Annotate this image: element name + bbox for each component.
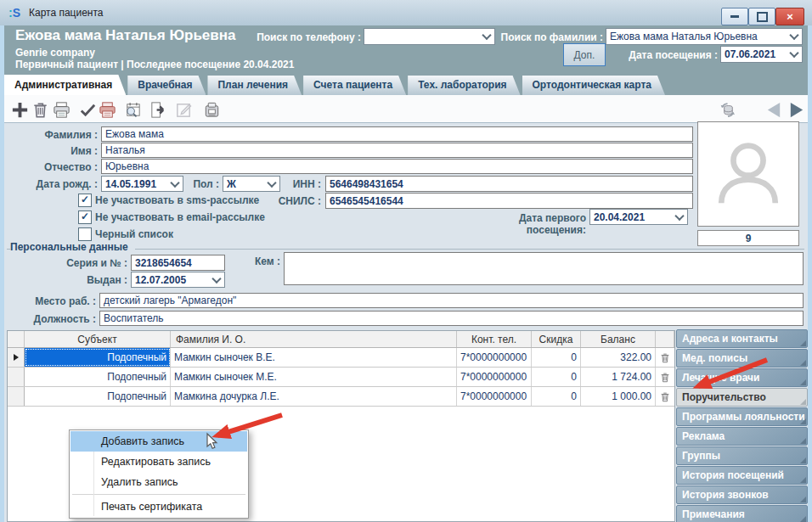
sidebar-item-advertising[interactable]: Реклама [676, 427, 808, 446]
phone-search-input[interactable] [364, 28, 495, 45]
row-delete-button[interactable] [656, 348, 674, 367]
row-delete-button[interactable] [656, 387, 674, 406]
print-button[interactable] [50, 98, 72, 121]
surname-field[interactable]: Ежова мама [101, 126, 693, 142]
blacklist-checkbox[interactable] [78, 227, 92, 241]
phone-dial-button[interactable] [200, 98, 223, 121]
visit-date-input[interactable]: 07.06.2021 [720, 46, 803, 63]
sidebar-item-call-history[interactable]: История звонков [676, 486, 808, 504]
email-optout-checkbox[interactable] [78, 210, 92, 224]
table-row[interactable]: Подопечный Мамкина дочурка Л.Е. 7*000000… [8, 387, 674, 407]
workplace-field[interactable]: детский лагерь "Армагедон" [99, 293, 804, 308]
tab-medical[interactable]: Врачебная [127, 76, 206, 95]
row-delete-button[interactable] [656, 368, 674, 386]
close-button[interactable]: × [775, 8, 804, 25]
col-balance[interactable]: Баланс [581, 331, 656, 347]
chevron-down-icon [789, 48, 798, 58]
patient-number-field[interactable]: 9 [697, 230, 799, 246]
name-cell[interactable]: Мамкин сыночек М.Е. [171, 368, 457, 386]
subject-cell[interactable]: Подопечный [25, 387, 171, 406]
print-form-button[interactable] [96, 98, 118, 121]
firstname-field[interactable]: Наталья [101, 143, 693, 158]
sidebar-item-notes[interactable]: Примечания [676, 505, 808, 522]
inn-field[interactable]: 5646498431654 [325, 176, 693, 192]
balance-cell[interactable]: 1 000.00 [581, 387, 656, 406]
passport-by-field[interactable] [284, 252, 804, 285]
first-visit-label: Дата первого посещения: [463, 212, 586, 236]
more-options-button[interactable]: Доп. [563, 43, 606, 66]
refresh-data-button[interactable] [716, 98, 738, 121]
tab-orthodontic-card[interactable]: Ортодонтическая карта [522, 76, 665, 95]
balance-cell[interactable]: 322.00 [581, 348, 656, 367]
passport-issued-input[interactable]: 12.07.2005 [131, 272, 225, 288]
patronymic-field[interactable]: Юрьевна [101, 159, 693, 174]
table-row[interactable]: Подопечный Мамкин сыночек М.Е. 7*0000000… [8, 368, 674, 387]
patronymic-label: Отчество : [13, 161, 98, 173]
phone-cell[interactable]: 7*0000000000 [457, 348, 532, 367]
prev-patient-button[interactable] [763, 98, 785, 121]
position-label: Должность : [11, 313, 96, 325]
first-visit-input[interactable]: 20.04.2021 [589, 209, 688, 225]
subject-cell[interactable]: Подопечный [25, 368, 171, 386]
edit-button[interactable] [172, 98, 195, 121]
inn-label: ИНН : [262, 178, 321, 190]
discount-cell[interactable]: 0 [532, 348, 581, 367]
col-discount[interactable]: Скидка [532, 331, 581, 347]
balance-cell[interactable]: 1 724.00 [581, 368, 656, 386]
phone-cell[interactable]: 7*0000000000 [457, 368, 532, 386]
schedule-search-button[interactable] [121, 98, 144, 121]
sms-optout-checkbox[interactable] [78, 194, 92, 207]
discount-cell[interactable]: 0 [532, 387, 581, 406]
table-row[interactable]: Подопечный Мамкин сыночек В.Е. 7*0000000… [8, 348, 674, 368]
workplace-label: Место раб. : [11, 295, 96, 307]
col-subject[interactable]: Субъект [25, 331, 171, 347]
patient-header: Ежова мама Наталья Юрьевна Genrie compan… [0, 25, 812, 75]
tab-tech-lab[interactable]: Тех. лаборатория [408, 76, 520, 95]
position-field[interactable]: Воспитатель [99, 311, 804, 326]
phone-cell[interactable]: 7*0000000000 [457, 387, 532, 406]
name-cell[interactable]: Мамкин сыночек В.Е. [171, 348, 457, 367]
tab-patient-accounts[interactable]: Счета пациента [303, 76, 406, 95]
menu-item-add-record[interactable]: Добавить запись [70, 431, 247, 452]
context-menu: Добавить запись Редактировать запись Уда… [69, 429, 249, 519]
patient-photo[interactable] [697, 121, 799, 227]
sidebar-item-loyalty[interactable]: Программы лояльности [676, 407, 808, 426]
window-title: Карта пациента [29, 7, 104, 19]
surname-search-input[interactable]: Ежова мама Наталья Юрьевна [606, 28, 803, 45]
snils-field[interactable]: 6546545416544 [325, 193, 693, 209]
menu-item-delete-record[interactable]: Удалить запись [70, 472, 247, 492]
minimize-button[interactable] [721, 8, 748, 25]
row-arrow-icon [14, 354, 19, 361]
row-selector-header [8, 331, 25, 347]
menu-item-edit-record[interactable]: Редактировать запись [70, 452, 247, 472]
add-record-button[interactable] [8, 98, 31, 121]
passport-by-label: Кем : [195, 255, 280, 267]
check-icon [78, 100, 98, 120]
gender-label: Пол : [168, 178, 219, 190]
passport-issued-label: Выдан : [42, 274, 127, 286]
printer-icon [52, 100, 71, 120]
menu-separator [72, 494, 245, 495]
name-cell[interactable]: Мамкина дочурка Л.Е. [171, 387, 457, 406]
sidebar-item-addresses[interactable]: Адреса и контакты [676, 329, 808, 348]
subject-cell[interactable]: Подопечный [25, 348, 171, 367]
discount-cell[interactable]: 0 [532, 368, 581, 386]
sidebar-item-groups[interactable]: Группы [676, 446, 808, 465]
sidebar-item-med-policies[interactable]: Мед. полисы [676, 349, 808, 368]
sidebar-item-visit-history[interactable]: История посещений [676, 466, 808, 485]
patient-card-window: :S Карта пациента × Ежова мама Наталья Ю… [0, 0, 812, 522]
export-button[interactable] [147, 98, 169, 121]
menu-item-print-certificate[interactable]: Печать сертификата [70, 497, 247, 517]
col-phone[interactable]: Конт. тел. [457, 331, 532, 347]
tab-treatment-plan[interactable]: План лечения [207, 76, 302, 95]
col-name[interactable]: Фамилия И. О. [171, 331, 457, 347]
tab-administrative[interactable]: Административная [4, 75, 126, 95]
sms-optout-label: Не участвовать в sms-рассылке [95, 194, 259, 206]
delete-record-button[interactable] [29, 98, 51, 121]
next-patient-button[interactable] [785, 98, 807, 121]
chevron-down-icon [789, 31, 798, 40]
sidebar-item-guarantor[interactable]: Поручительство [676, 388, 808, 407]
maximize-button[interactable] [748, 8, 775, 25]
tab-bar: Административная Врачебная План лечения … [0, 75, 812, 95]
sidebar-item-doctors[interactable]: Лечащие врачи [676, 368, 808, 387]
